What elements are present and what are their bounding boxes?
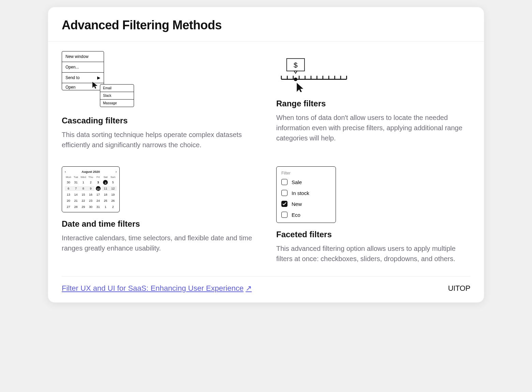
calendar-day: 1 xyxy=(102,205,109,209)
calendar-dow: Sun xyxy=(109,176,117,179)
menu-item: New window xyxy=(62,51,104,62)
page-title: Advanced Filtering Methods xyxy=(62,18,470,32)
calendar-day: 7 xyxy=(72,186,80,191)
calendar-day: 20 xyxy=(65,198,72,203)
calendar-day: 6 xyxy=(65,186,72,191)
section-heading: Date and time filters xyxy=(62,219,256,229)
calendar-day: 26 xyxy=(109,198,117,203)
calendar-dow: Sat xyxy=(102,176,109,179)
calendar-day: 25 xyxy=(102,198,109,203)
currency-icon: $ xyxy=(294,61,298,69)
calendar-day: 21 xyxy=(72,198,80,203)
illustration-faceted: Filter SaleIn stockNewEco xyxy=(276,166,336,223)
section-datetime: ‹ August 2020 › MonTueWedThuFriSatSun303… xyxy=(62,166,256,264)
calendar-day: 31 xyxy=(94,205,102,209)
section-heading: Cascading filters xyxy=(62,116,256,125)
calendar-dow: Tue xyxy=(72,176,80,179)
section-heading: Faceted filters xyxy=(276,230,470,239)
checkbox-row: Sale xyxy=(281,179,331,185)
submenu: Email Slack Massage xyxy=(100,84,134,107)
cursor-icon xyxy=(92,81,99,89)
section-range: $ xyxy=(276,51,470,150)
section-faceted: Filter SaleIn stockNewEco Faceted filter… xyxy=(276,166,470,264)
submenu-item: Email xyxy=(100,85,134,92)
chevron-left-icon: ‹ xyxy=(65,170,66,174)
checkbox-row: In stock xyxy=(281,190,331,196)
checkbox-row: Eco xyxy=(281,212,331,218)
section-body: This advanced filtering option allows us… xyxy=(276,243,470,264)
calendar-day: 30 xyxy=(65,180,72,185)
menu-item: Open... xyxy=(62,62,104,73)
checkbox-label: Sale xyxy=(292,179,302,185)
checkbox-icon xyxy=(281,190,287,196)
calendar-day: 22 xyxy=(79,198,87,203)
calendar-day: 23 xyxy=(87,198,94,203)
calendar-day: 19 xyxy=(109,192,117,197)
calendar-day: 5 xyxy=(109,180,117,185)
faceted-label: Filter xyxy=(281,171,331,176)
calendar-day: 28 xyxy=(72,205,80,209)
section-body: This data sorting technique helps operat… xyxy=(62,130,256,150)
calendar-day: 4 xyxy=(103,180,108,185)
chevron-right-icon: › xyxy=(116,170,117,174)
footer-link[interactable]: Filter UX and UI for SaaS: Enhancing Use… xyxy=(62,284,252,293)
external-link-icon: ↗ xyxy=(246,284,252,293)
calendar-day: 1 xyxy=(79,180,87,185)
illustration-range: $ xyxy=(276,51,470,92)
calendar-day: 14 xyxy=(72,192,80,197)
calendar-day: 24 xyxy=(94,198,102,203)
calendar-day: 12 xyxy=(109,186,117,191)
section-body: Interactive calendars, time selectors, a… xyxy=(62,233,256,253)
calendar-day: 16 xyxy=(87,192,94,197)
checkbox-label: Eco xyxy=(292,212,300,218)
calendar-day: 30 xyxy=(87,205,94,209)
section-cascading: New window Open... Send to ▶ Open Email … xyxy=(62,51,256,150)
calendar-dow: Thu xyxy=(87,176,94,179)
checkbox-icon xyxy=(281,212,287,218)
submenu-item: Slack xyxy=(100,92,134,100)
section-heading: Range filters xyxy=(276,99,470,108)
footer-brand: UITOP xyxy=(448,284,470,293)
card: Advanced Filtering Methods New window Op… xyxy=(48,7,484,303)
checkbox-label: New xyxy=(292,201,302,207)
submenu-item: Massage xyxy=(100,100,134,107)
illustration-cascade: New window Open... Send to ▶ Open Email … xyxy=(62,51,256,109)
checkbox-row: New xyxy=(281,201,331,207)
calendar-day: 9 xyxy=(87,186,94,191)
calendar-day: 27 xyxy=(65,205,72,209)
calendar-day: 18 xyxy=(102,192,109,197)
checkbox-icon xyxy=(281,179,287,185)
calendar-month: August 2020 xyxy=(82,170,100,174)
calendar-day: 2 xyxy=(87,180,94,185)
calendar-day: 11 xyxy=(102,186,109,191)
section-body: When tons of data don't allow users to l… xyxy=(276,112,470,143)
svg-point-14 xyxy=(294,77,297,81)
calendar-day: 10 xyxy=(96,186,101,191)
checkbox-label: In stock xyxy=(292,190,309,196)
calendar-day: 15 xyxy=(79,192,87,197)
checkbox-icon xyxy=(281,201,287,207)
illustration-calendar: ‹ August 2020 › MonTueWedThuFriSatSun303… xyxy=(62,166,120,212)
calendar-dow: Fri xyxy=(94,176,102,179)
calendar-day: 29 xyxy=(79,205,87,209)
calendar-day: 3 xyxy=(94,180,102,185)
calendar-dow: Wed xyxy=(79,176,87,179)
chevron-right-icon: ▶ xyxy=(97,75,100,80)
calendar-day: 8 xyxy=(79,186,87,191)
calendar-day: 2 xyxy=(109,205,117,209)
calendar-day: 31 xyxy=(72,180,80,185)
calendar-day: 17 xyxy=(94,192,102,197)
footer-link-text: Filter UX and UI for SaaS: Enhancing Use… xyxy=(62,284,243,293)
calendar-dow: Mon xyxy=(65,176,72,179)
calendar-day: 13 xyxy=(65,192,72,197)
